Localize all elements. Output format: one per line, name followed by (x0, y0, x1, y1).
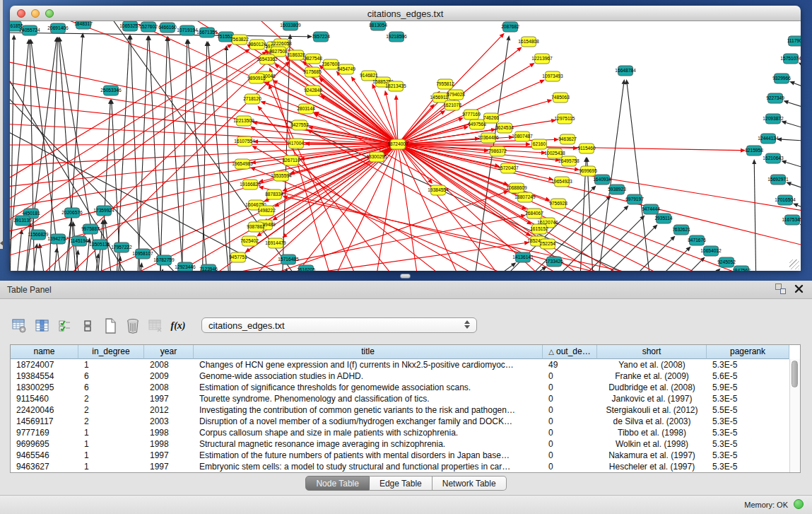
network-node[interactable]: 252254 (540, 239, 555, 249)
table-cell[interactable]: 5.3E-5 (707, 416, 789, 427)
table-scrollbar[interactable] (789, 359, 800, 472)
network-node[interactable]: 1621078 (443, 100, 461, 110)
table-cell[interactable]: 5.3E-5 (707, 461, 789, 472)
network-node[interactable]: 2087682 (501, 22, 519, 32)
network-node[interactable]: 18724007 (387, 139, 408, 149)
table-cell[interactable]: 18300295 (11, 382, 78, 393)
network-edge[interactable] (10, 124, 398, 144)
table-row[interactable]: 969969511998Structural magnetic resonanc… (11, 438, 800, 450)
column-header[interactable]: short (597, 345, 707, 359)
network-node[interactable]: 13505135 (89, 240, 110, 250)
table-cell[interactable]: Changes of HCN gene expression and I(f) … (194, 359, 543, 370)
network-node[interactable]: 7632621 (672, 225, 690, 235)
table-selector-dropdown[interactable]: citations_edges.txt (201, 317, 477, 333)
column-header[interactable]: △out_de… (543, 345, 597, 359)
close-panel-icon[interactable] (794, 284, 804, 293)
network-node[interactable]: 2684067 (525, 209, 543, 218)
scrollbar-thumb[interactable] (792, 361, 798, 387)
network-node[interactable]: 7123946 (199, 264, 218, 271)
network-node[interactable]: 16648784 (615, 66, 636, 76)
network-edge[interactable] (782, 139, 801, 141)
network-node[interactable]: 16782759 (153, 255, 175, 265)
network-node[interactable]: 9777169 (462, 110, 481, 119)
network-node[interactable]: 8267110 (282, 156, 300, 165)
panel-collapse-arrow-icon[interactable] (0, 240, 4, 246)
table-cell[interactable]: 0 (543, 450, 597, 461)
table-cell[interactable]: 1 (78, 359, 144, 370)
table-cell[interactable]: 0 (543, 370, 597, 382)
tab-edge-table[interactable]: Edge Table (370, 476, 433, 491)
table-cell[interactable]: de Silva et al. (2003) (597, 416, 707, 427)
network-edge[interactable] (40, 248, 47, 271)
network-node[interactable]: 12213509 (233, 116, 254, 126)
table-cell[interactable]: 1 (78, 438, 144, 450)
table-cell[interactable]: 2 (78, 416, 144, 427)
table-cell[interactable]: 14569117 (11, 416, 78, 427)
network-node[interactable]: 2616205 (297, 265, 315, 271)
table-cell[interactable]: 5.3E-5 (707, 427, 789, 438)
network-node[interactable]: 9463627 (558, 134, 577, 144)
network-node[interactable]: 16914479 (265, 238, 286, 248)
network-node[interactable]: 20364486 (478, 133, 499, 143)
network-node[interactable]: 19654985 (232, 159, 253, 169)
network-node[interactable]: 17359924 (93, 206, 114, 216)
table-cell[interactable]: 1 (78, 450, 144, 461)
table-cell[interactable]: 49 (543, 359, 597, 370)
network-node[interactable]: 9242848 (304, 86, 322, 95)
network-node[interactable]: 24055724 (19, 25, 40, 35)
network-node[interactable]: 16033809 (280, 21, 301, 30)
table-cell[interactable]: Estimation of significance thresholds fo… (194, 382, 543, 393)
table-cell[interactable]: 0 (543, 393, 597, 404)
table-cell[interactable]: 5.9E-5 (707, 382, 789, 393)
network-node[interactable]: 9474444 (642, 204, 660, 214)
table-cell[interactable]: 2 (78, 404, 144, 416)
column-header[interactable]: in_degree (78, 345, 144, 359)
column-header[interactable]: year (144, 345, 194, 359)
network-edge[interactable] (398, 144, 419, 271)
split-pane-handle[interactable] (400, 274, 411, 279)
table-cell[interactable]: 6 (78, 370, 144, 382)
network-node[interactable]: 3913139 (13, 216, 32, 226)
network-edge[interactable] (202, 46, 207, 271)
network-node[interactable]: 1733426 (545, 257, 563, 267)
network-node[interactable]: 8471676 (688, 235, 706, 245)
table-cell[interactable]: 1 (78, 427, 144, 438)
table-cell[interactable]: 2012 (144, 404, 194, 416)
table-cell[interactable]: Structural magnetic resonance image aver… (194, 438, 543, 450)
table-cell[interactable]: 2 (78, 393, 144, 404)
network-edge[interactable] (375, 144, 398, 271)
table-row[interactable]: 911546021997Tourette syndrome. Phenomeno… (11, 393, 800, 404)
table-row[interactable]: 1938455462009Genome-wide association stu… (11, 370, 800, 382)
network-edge[interactable] (10, 40, 14, 271)
import-table-button[interactable] (147, 317, 164, 335)
table-cell[interactable]: 18724007 (11, 359, 78, 370)
network-node[interactable]: 16671355 (196, 28, 218, 37)
table-cell[interactable]: 9777169 (11, 427, 78, 438)
table-cell[interactable]: 1998 (144, 427, 194, 438)
network-node[interactable]: 8878334 (265, 189, 283, 199)
table-cell[interactable]: 19384554 (11, 370, 78, 382)
network-node[interactable]: 1848317 (74, 21, 93, 29)
network-node[interactable]: 9699695 (579, 166, 597, 176)
network-node[interactable]: 12444134 (758, 134, 779, 144)
network-node[interactable]: 9756928 (549, 199, 567, 209)
network-node[interactable]: 1847562 (732, 266, 751, 271)
table-cell[interactable]: Dudbridge et al. (2008) (597, 382, 707, 393)
table-cell[interactable]: 2003 (144, 416, 194, 427)
network-node[interactable]: 10719194 (177, 25, 198, 35)
network-node[interactable]: 10654012 (700, 246, 722, 256)
network-edge[interactable] (93, 258, 98, 271)
network-node[interactable]: 8186328 (287, 50, 305, 60)
network-node[interactable]: 9387862 (247, 222, 265, 232)
network-node[interactable]: 746266 (483, 113, 499, 123)
table-cell[interactable]: 5.3E-5 (707, 450, 789, 461)
table-cell[interactable]: 5.3E-5 (707, 438, 789, 450)
table-cell[interactable]: Tourette syndrome. Phenomenology and cla… (194, 393, 543, 404)
network-node[interactable]: 417004 (288, 139, 304, 148)
table-cell[interactable]: 2008 (144, 359, 194, 370)
table-cell[interactable]: 5.6E-5 (707, 370, 789, 382)
network-node[interactable]: 2718120 (243, 94, 261, 104)
table-cell[interactable]: Hescheler et al. (1997) (597, 461, 707, 472)
delete-table-button[interactable] (124, 317, 141, 335)
table-cell[interactable]: 9463627 (11, 461, 78, 472)
